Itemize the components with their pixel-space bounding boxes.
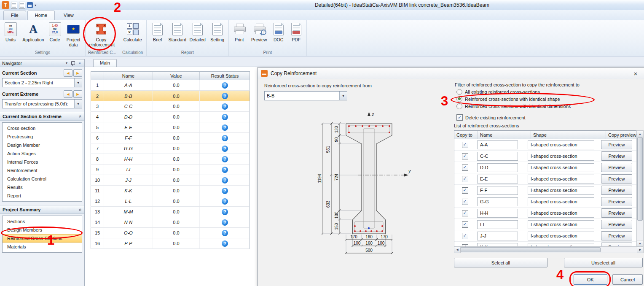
table-row[interactable]: 8 H-H 0.0 ? [91,154,250,165]
ok-button[interactable]: OK [574,274,607,285]
chevron-down-icon[interactable]: ▾ [74,100,82,108]
current-section-select[interactable]: Section 2 - 2.25m Right ▾ [2,78,82,87]
scroll-right-icon[interactable]: ▶ [637,247,643,253]
source-section-select[interactable]: B-B ▾ [264,91,347,100]
delete-existing-checkbox[interactable]: ✓ [456,114,463,121]
scrollbar-thumb[interactable] [637,137,643,221]
copy-to-checkbox[interactable]: ✓ [462,199,468,205]
detailed-report-button[interactable]: Detailed [188,21,208,43]
table-row[interactable]: 11 K-K 0.0 ? [91,186,250,196]
preview-button[interactable]: Preview [601,197,632,206]
tab-view[interactable]: View [56,11,81,20]
navigator-item[interactable]: Internal Forces [3,158,82,166]
table-row[interactable]: 1 A-A 0.0 ? [91,80,250,91]
dialog-title-bar[interactable]: Copy Reinforcement × [258,68,644,79]
navigator-item[interactable]: Sections [3,217,82,226]
navigator-item[interactable]: Design Members [3,226,82,234]
app-logo-icon[interactable]: T [2,1,9,9]
table-row[interactable]: 2 B-B 0.0 ? [91,91,250,101]
table-row[interactable]: 9 I-I 0.0 ? [91,165,250,175]
navigator-item[interactable]: Cross-section [3,124,82,132]
copy-to-checkbox[interactable]: ✓ [462,187,468,194]
navigator-item[interactable]: Reinforced Cross-Sections [3,234,82,243]
table-row[interactable]: 15 O-O 0.0 ? [91,228,250,238]
copy-to-checkbox[interactable]: ✓ [462,153,468,159]
navigator-item[interactable]: Results [3,183,82,192]
preview-button[interactable]: Preview [601,208,632,218]
panel-header-section-extreme[interactable]: Current Section & Extreme « [0,112,84,121]
chevron-down-icon[interactable]: ▾ [339,92,347,100]
scroll-left-icon[interactable]: ◀ [454,247,461,253]
table-row[interactable]: 16 P-P 0.0 ? [91,238,250,249]
navigator-item[interactable]: Action Stages [3,149,82,158]
unselect-all-button[interactable]: Unselect all [564,258,643,267]
table-row[interactable]: 12 L-L 0.0 ? [91,196,250,207]
navigator-item[interactable]: Prestressing [3,132,82,141]
copy-to-checkbox[interactable]: ✓ [462,165,468,171]
preview-button[interactable]: Preview [601,220,632,229]
calculate-button[interactable]: + × Calculate [121,21,145,43]
brief-report-button[interactable]: Brief [148,21,167,43]
navigator-close-icon[interactable]: × [77,61,82,65]
filter-radio-option[interactable]: All existing reinforced cross-sections [456,88,571,95]
standard-report-button[interactable]: Standard [167,21,188,43]
units-button[interactable]: m kN MPa Units [1,21,20,43]
scrollbar-thumb[interactable] [461,247,601,252]
preview-button[interactable]: Preview [601,231,632,240]
navigator-item[interactable]: Calculation Control [3,175,82,183]
navigator-item[interactable]: Materials [3,243,82,251]
new-document-icon[interactable] [11,2,17,9]
report-setting-button[interactable]: Setting [208,21,227,43]
project-data-button[interactable]: ★ Project data [63,21,84,48]
tab-home[interactable]: Home [27,11,55,20]
copy-to-checkbox[interactable]: ✓ [462,210,468,216]
panel-header-project-summary[interactable]: Project Summary « [0,205,84,214]
navigator-menu-icon[interactable]: ▾ [64,61,69,65]
current-extreme-select[interactable]: Transfer of prestressing (5.0d): ▾ [2,99,82,108]
table-row[interactable]: 10 J-J 0.0 ? [91,175,250,186]
navigator-item[interactable]: Report [3,192,82,200]
tab-file[interactable]: File [3,11,26,20]
code-button[interactable]: 1,45 90 25,8 Code [47,21,63,43]
close-icon[interactable]: × [630,70,641,77]
save-icon[interactable] [27,2,33,8]
print-preview-button[interactable]: Preview [249,21,270,43]
pin-icon[interactable] [71,61,75,65]
previous-section-button[interactable]: ◀ [64,69,72,77]
copy-to-checkbox[interactable]: ✓ [462,176,468,182]
chevron-down-icon[interactable]: ▾ [74,78,82,87]
preview-button[interactable]: Preview [601,174,632,183]
filter-radio-option[interactable]: Reinforced cross-sections with identical… [456,103,571,110]
table-row[interactable]: 6 F-F 0.0 ? [91,133,250,143]
scroll-up-icon[interactable]: ▲ [637,131,643,137]
next-section-button[interactable]: ▶ [73,69,82,77]
table-row[interactable]: 5 E-E 0.0 ? [91,122,250,133]
preview-button[interactable]: Preview [601,151,632,161]
table-row[interactable]: 4 D-D 0.0 ? [91,112,250,122]
open-document-icon[interactable] [19,2,25,9]
vertical-scrollbar[interactable]: ▲ ▼ [636,130,644,247]
application-button[interactable]: A Application [20,21,47,43]
table-row[interactable]: 14 N-N 0.0 ? [91,217,250,228]
cancel-button[interactable]: Cancel [612,274,643,285]
horizontal-scrollbar[interactable]: ◀ ▶ [454,246,644,253]
navigator-item[interactable]: Reinforcement [3,166,82,175]
table-row[interactable]: 13 M-M 0.0 ? [91,207,250,217]
tab-main[interactable]: Main [93,59,117,67]
preview-button[interactable]: Preview [601,186,632,195]
navigator-item[interactable]: Design Member [3,141,82,149]
export-doc-button[interactable]: DOC [270,21,287,43]
quick-access-dropdown-icon[interactable]: ▾ [35,3,36,7]
previous-extreme-button[interactable]: ◀ [64,90,72,98]
copy-to-checkbox[interactable]: ✓ [462,221,468,228]
scroll-down-icon[interactable]: ▼ [637,240,643,246]
delete-existing-option[interactable]: ✓ Delete existing reinforcement [456,114,525,121]
preview-button[interactable]: Preview [601,140,632,149]
next-extreme-button[interactable]: ▶ [73,90,82,98]
filter-radio-option[interactable]: Reinforced cross-sections with identical… [456,95,571,103]
export-pdf-button[interactable]: PDF [287,21,305,43]
copy-reinforcement-button[interactable]: Copy reinforcement [87,21,115,48]
select-all-button[interactable]: Select all [454,258,547,267]
preview-button[interactable]: Preview [601,163,632,172]
table-row[interactable]: 7 G-G 0.0 ? [91,143,250,154]
